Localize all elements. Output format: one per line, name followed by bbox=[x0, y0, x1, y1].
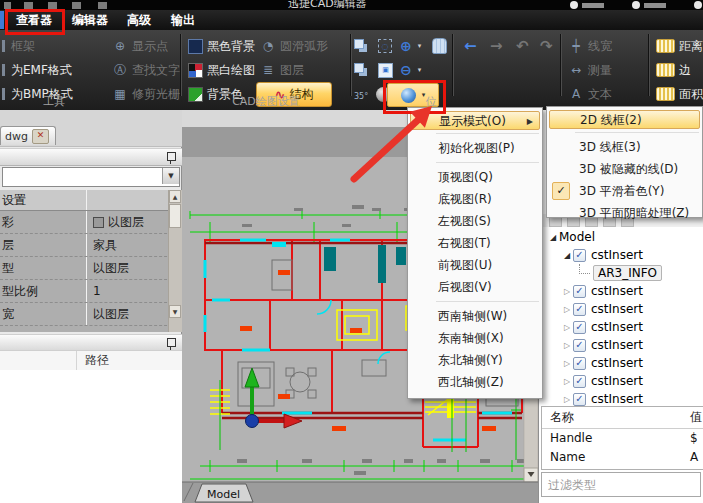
black-bg-button[interactable]: 黑色背景 bbox=[188, 35, 255, 57]
zoom-out-button[interactable]: ⊖ ▾ bbox=[400, 59, 421, 81]
collapsed-icon[interactable]: ▷ bbox=[561, 305, 573, 314]
menu-item-nw-iso[interactable]: 西北轴侧(Z) bbox=[408, 371, 542, 393]
edge-button[interactable]: 边 bbox=[656, 59, 691, 81]
menu-item-display-mode[interactable]: 显示模式(O) ▶ bbox=[410, 111, 540, 130]
quick-access-icon[interactable] bbox=[24, 2, 33, 9]
tree-row[interactable]: ▷ ✓ cstInsert bbox=[539, 282, 703, 300]
quick-access-icon[interactable] bbox=[98, 2, 107, 9]
tree-row[interactable]: ▷ ✓ cstInsert bbox=[539, 336, 703, 354]
layers-button[interactable]: ≣ 图层 bbox=[260, 59, 304, 81]
pin-icon[interactable] bbox=[167, 338, 176, 347]
collapsed-icon[interactable]: ▷ bbox=[561, 287, 573, 296]
smooth-arc-button[interactable]: ◔ 圆滑弧形 bbox=[260, 35, 328, 57]
submenu-item-3d-hidden-line[interactable]: 3D 被隐藏的线(D) bbox=[547, 158, 702, 180]
pin-icon[interactable] bbox=[167, 152, 176, 161]
redo-button[interactable]: ↷ bbox=[540, 35, 553, 57]
property-row[interactable]: 宽 以图层 bbox=[0, 303, 182, 326]
menu-item-top-view[interactable]: 顶视图(Q) bbox=[408, 166, 542, 188]
collapsed-icon[interactable]: ▷ bbox=[561, 323, 573, 332]
forward-button[interactable]: → bbox=[490, 35, 503, 57]
tree-row-model[interactable]: ◢ Model bbox=[539, 228, 703, 246]
property-row[interactable]: 型比例 1 bbox=[0, 280, 182, 303]
zoom-window-button[interactable]: ◌ bbox=[378, 35, 392, 57]
checkbox-checked[interactable]: ✓ bbox=[573, 249, 586, 262]
tree-row[interactable]: ▷ ✓ cstInsert bbox=[539, 300, 703, 318]
property-row[interactable]: 层 家具 bbox=[0, 234, 182, 257]
checkbox-checked[interactable]: ✓ bbox=[573, 285, 586, 298]
measure-button[interactable]: ↔ 测量 bbox=[568, 59, 612, 81]
property-row[interactable]: 型 以图层 bbox=[0, 257, 182, 280]
text-button[interactable]: A 文本 bbox=[568, 83, 612, 105]
menu-item-bottom-view[interactable]: 底视图(R) bbox=[408, 188, 542, 210]
area-button[interactable]: 面积 bbox=[656, 83, 703, 105]
path-list-area[interactable] bbox=[0, 370, 182, 503]
frame-button[interactable]: 框架 bbox=[2, 35, 35, 57]
window-paste-button[interactable] bbox=[354, 59, 368, 81]
tab-output[interactable]: 输出 bbox=[164, 10, 202, 30]
collapsed-icon[interactable]: ▷ bbox=[561, 341, 573, 350]
collapsed-icon[interactable]: ▷ bbox=[561, 395, 573, 404]
document-tab[interactable]: dwg ✕ bbox=[0, 126, 56, 145]
submenu-item-3d-smooth-shading[interactable]: ✓ 3D 平滑着色(Y) bbox=[547, 180, 702, 202]
trim-raster-button[interactable]: ▦ 修剪光栅 bbox=[112, 83, 180, 105]
menu-item-init-view[interactable]: 初始化视图(P) bbox=[408, 137, 542, 159]
properties-scrollbar[interactable]: ▲ ▼ bbox=[168, 190, 182, 332]
tree-row[interactable]: ▷ ✓ cstInsert bbox=[539, 318, 703, 336]
scrollbar-thumb[interactable] bbox=[169, 204, 181, 228]
zoom-extents-button[interactable]: ▣ bbox=[378, 59, 393, 81]
menu-item-front-view[interactable]: 前视图(U) bbox=[408, 254, 542, 276]
undo-button[interactable]: ↶ bbox=[516, 35, 529, 57]
rotate-35-button[interactable]: 35° bbox=[354, 85, 368, 107]
submenu-item-3d-flat-shading[interactable]: 3D 平面阴暗处理(Z) bbox=[547, 202, 702, 224]
collapsed-icon[interactable]: ▷ bbox=[561, 377, 573, 386]
window-copy-button[interactable] bbox=[354, 35, 368, 57]
titlebar-icon[interactable] bbox=[694, 1, 702, 9]
submenu-item-3d-wireframe[interactable]: 3D 线框(3) bbox=[547, 136, 702, 158]
menu-item-right-view[interactable]: 右视图(T) bbox=[408, 232, 542, 254]
property-row[interactable]: 设置 bbox=[0, 190, 182, 211]
app-menu-sliver[interactable] bbox=[0, 11, 4, 29]
expanded-icon[interactable]: ◢ bbox=[547, 233, 559, 242]
expanded-icon[interactable]: ◢ bbox=[561, 251, 573, 260]
tab-editor[interactable]: 编辑器 bbox=[66, 10, 114, 30]
show-point-button[interactable]: ⊕ 显示点 bbox=[112, 35, 168, 57]
tree-row[interactable]: ◢ ✓ cstInsert bbox=[539, 246, 703, 264]
collapsed-icon[interactable]: ▷ bbox=[561, 359, 573, 368]
menu-item-se-iso[interactable]: 东南轴侧(X) bbox=[408, 327, 542, 349]
distance-button[interactable]: 距离 bbox=[656, 35, 703, 57]
tab-advanced[interactable]: 高级 bbox=[120, 10, 158, 30]
pan-button[interactable] bbox=[432, 35, 447, 57]
menu-item-ne-iso[interactable]: 东北轴侧(Y) bbox=[408, 349, 542, 371]
props-row[interactable]: Handle $ bbox=[542, 429, 703, 448]
property-row[interactable]: 彩 以图层 bbox=[0, 211, 182, 234]
scroll-down-icon[interactable]: ▼ bbox=[169, 305, 181, 318]
checkbox-checked[interactable]: ✓ bbox=[573, 339, 586, 352]
filter-type-input[interactable]: 过滤类型 bbox=[541, 472, 701, 497]
checkbox-checked[interactable]: ✓ bbox=[573, 303, 586, 316]
help-icon[interactable] bbox=[570, 1, 578, 9]
line-width-button[interactable]: ┿ 线宽 bbox=[568, 35, 612, 57]
back-button[interactable]: ← bbox=[464, 35, 477, 57]
menu-item-sw-iso[interactable]: 西南轴侧(W) bbox=[408, 305, 542, 327]
properties-selector[interactable]: ▼ bbox=[2, 167, 180, 187]
close-icon[interactable]: ✕ bbox=[32, 129, 49, 144]
submenu-item-2d-wireframe[interactable]: 2D 线框(2) bbox=[549, 110, 700, 129]
zoom-in-button[interactable]: ⊕ ▾ bbox=[400, 35, 421, 57]
quick-access-icon[interactable] bbox=[72, 2, 81, 9]
quick-access-icon[interactable] bbox=[4, 2, 11, 9]
tree-row[interactable]: ▷ ✓ cstInsert bbox=[539, 372, 703, 390]
checkbox-checked[interactable]: ✓ bbox=[573, 393, 586, 406]
update-icon[interactable] bbox=[632, 1, 640, 9]
checkbox-checked[interactable]: ✓ bbox=[573, 375, 586, 388]
scroll-up-icon[interactable]: ▲ bbox=[169, 190, 181, 203]
tab-viewer[interactable]: 查看器 bbox=[8, 10, 60, 30]
checkbox-checked[interactable]: ✓ bbox=[573, 357, 586, 370]
tree-row[interactable]: ▷ ✓ cstInsert bbox=[539, 354, 703, 372]
checkbox-checked[interactable]: ✓ bbox=[573, 321, 586, 334]
bw-draw-button[interactable]: 黑白绘图 bbox=[188, 59, 255, 81]
find-text-button[interactable]: Ⓐ 查找文字 bbox=[112, 59, 180, 81]
props-row[interactable]: Name A bbox=[542, 448, 703, 467]
menu-item-left-view[interactable]: 左视图(S) bbox=[408, 210, 542, 232]
model-tab-label[interactable]: Model bbox=[207, 488, 240, 501]
quick-access-icon[interactable] bbox=[48, 2, 57, 9]
